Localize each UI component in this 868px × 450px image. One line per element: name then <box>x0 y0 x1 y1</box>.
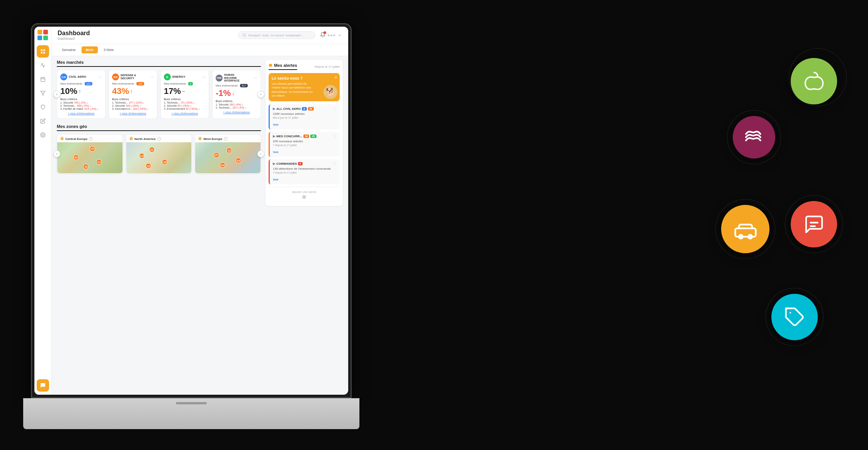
page-title: Dashboard <box>58 30 233 37</box>
sidebar-item-dashboard[interactable] <box>37 45 49 58</box>
breadcrumb: Dashboard <box>58 37 233 41</box>
geo-card-west-europe: 🏛 West Europe 10 20 44 6 <box>195 134 261 174</box>
civil-aero-buzz-3: 3. Facilité de maint. 615 (-4%) ↓ <box>60 107 102 110</box>
energy-more[interactable]: ··· <box>203 75 206 79</box>
logo-sq-3 <box>37 36 42 40</box>
bubble-apple[interactable] <box>791 58 837 104</box>
tab-semaine[interactable]: Semaine <box>58 46 80 53</box>
concur-tag2: 05 <box>310 135 316 138</box>
sidebar-item-shield[interactable] <box>37 101 49 113</box>
concur-tag: 06 <box>303 135 309 138</box>
hmi-buzz: Buzz critères 1. Sécurité 280 (-4%) ↓ 2.… <box>216 100 257 109</box>
civil-aero-alert-link[interactable]: Voir <box>273 123 279 126</box>
market-card-energy: E ENERGY ··· Mes événements 5 17% <box>160 70 209 119</box>
civil-aero-alert-name: ▶ ALL CIVIL AERO A 06 <box>273 107 314 111</box>
wave-icon <box>744 128 764 147</box>
header-icons <box>320 32 342 39</box>
concur-alert-name: ▶ MES CONCURR... 06 05 <box>273 135 317 138</box>
commandes-alert-link[interactable]: Voir <box>273 178 279 181</box>
bubble-wave[interactable] <box>733 116 775 159</box>
concur-alert-date: 7 depuis le 17 juillet <box>273 144 337 147</box>
svg-point-9 <box>42 134 44 136</box>
geo-map-west: 10 20 44 64 <box>195 142 260 173</box>
hmi-header: HM HUMANMACHINEINTERFACE ··· <box>216 73 257 82</box>
defense-percentage: 43% ↑ <box>112 86 154 96</box>
notification-bell[interactable] <box>320 32 325 39</box>
tab-3mois[interactable]: 3 Mois <box>99 46 118 53</box>
svg-rect-2 <box>41 52 42 53</box>
commandes-alert-more[interactable]: ⋮ <box>333 162 337 166</box>
concur-alert-link[interactable]: Voir <box>273 150 279 154</box>
search-bar[interactable]: Essayez: 'ecla', ou encore 'sustainabil'… <box>238 31 315 39</box>
sidebar-item-filter[interactable] <box>37 87 49 99</box>
bubbles-area <box>698 31 845 418</box>
civil-aero-title: CA CIVIL AERO <box>60 73 86 80</box>
map-dot: 65 <box>73 155 79 160</box>
hmi-icon: HM <box>216 75 223 82</box>
svg-line-11 <box>245 36 246 37</box>
geo-card-central-europe: 🏛 Central Europe 43 65 23 <box>57 134 123 174</box>
concur-alert-more[interactable]: ⋮ <box>333 134 337 138</box>
sidebar-item-pencil[interactable] <box>37 115 49 127</box>
map-dot: 30 <box>149 147 155 152</box>
hmi-more-info[interactable]: + plus d'informations <box>216 111 257 114</box>
defense-more-info[interactable]: + plus d'informations <box>112 112 154 115</box>
bubble-car[interactable] <box>721 205 769 253</box>
hmi-buzz-1: 1. Sécurité 280 (-4%) ↓ <box>216 103 257 106</box>
chevron-down-icon[interactable] <box>337 33 342 38</box>
energy-buzz-1: 1. Technolo... 75 (-19%) ↓ <box>164 101 206 104</box>
hmi-more[interactable]: ··· <box>254 76 257 80</box>
sidebar-item-calendar[interactable] <box>37 73 49 85</box>
defense-more[interactable]: ··· <box>151 75 154 79</box>
main-content: Dashboard Dashboard Essayez: 'ecla', ou … <box>51 27 348 395</box>
commandes-alert-name: ▶ COMMANDES F <box>273 162 303 165</box>
sidebar-logo <box>37 30 48 41</box>
bubble-chat[interactable] <box>791 201 837 247</box>
map-dot: 22 <box>146 163 151 169</box>
add-alert-button[interactable]: Ajouter une alerte ⊕ <box>269 187 340 203</box>
info-icon-north <box>157 137 161 141</box>
markets-prev-arrow[interactable]: ‹ <box>53 91 60 98</box>
civil-aero-icon: CA <box>60 73 67 80</box>
markets-next-arrow[interactable]: › <box>257 91 264 98</box>
sidebar-item-settings[interactable] <box>37 129 49 141</box>
commandes-alert-header: ▶ COMMANDES F ⋮ <box>273 162 337 166</box>
civil-aero-more[interactable]: ··· <box>99 75 102 79</box>
civil-aero-alert-more[interactable]: ⋮ <box>333 107 337 111</box>
laptop-base <box>23 398 359 429</box>
saviez-vous-close[interactable]: ✕ <box>334 75 337 80</box>
geo-prev-arrow[interactable]: ‹ <box>53 150 60 157</box>
hmi-name: HUMANMACHINEINTERFACE <box>224 73 240 82</box>
hmi-events-badge: 517 <box>240 84 248 87</box>
energy-buzz-label: Buzz critères <box>164 98 206 101</box>
civil-aero-trend-icon: ↑ <box>78 88 81 94</box>
sidebar-item-chart[interactable] <box>37 59 49 72</box>
map-dot: 10 <box>226 148 232 153</box>
civil-aero-more-info[interactable]: + plus d'informations <box>60 112 102 115</box>
market-card-defense: DS DEFENSE &SECURITY ··· Mes événements … <box>109 70 157 119</box>
civil-aero-buzz-2: 2. Technolo... 666 (-4%) ↓ <box>60 104 102 107</box>
saviez-vous-card: Le saviez-vous ? Les alertes permettent … <box>269 73 340 101</box>
bubble-tag[interactable] <box>771 294 818 340</box>
svg-rect-22 <box>735 228 756 237</box>
geo-north-america-name: North America <box>134 137 156 141</box>
logo-sq-2 <box>43 30 48 34</box>
alert-item-commandes: ▶ COMMANDES F ⋮ 130 détections de l'évén… <box>269 159 340 184</box>
energy-icon: E <box>164 73 171 80</box>
map-dot: 28 <box>162 159 167 165</box>
info-icon-west <box>224 137 228 141</box>
energy-events-label: Mes événements 5 <box>164 82 206 85</box>
energy-more-info[interactable]: + plus d'informations <box>164 112 206 115</box>
map-dot: 23 <box>96 159 102 165</box>
energy-events-badge: 5 <box>188 82 193 85</box>
map-dot: 20 <box>214 152 219 158</box>
sidebar-chat-button[interactable] <box>37 379 49 392</box>
defense-header: DS DEFENSE &SECURITY ··· <box>112 73 154 80</box>
add-alert-label: Ajouter une alerte <box>272 190 337 194</box>
notification-badge <box>323 31 326 34</box>
civil-aero-percentage: 10% ↑ <box>60 86 102 96</box>
tab-mois[interactable]: Mois <box>82 46 98 53</box>
map-dot: 147 <box>139 153 145 159</box>
header-menu[interactable] <box>328 34 335 36</box>
geo-next-arrow[interactable]: › <box>257 150 264 157</box>
